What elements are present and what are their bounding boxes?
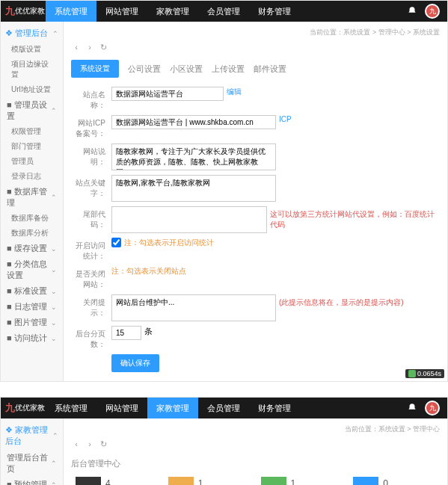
sidebar-header: ❖ 管理后台⌃ [1,25,63,42]
close-tip-textarea[interactable]: 网站后台维护中... [111,294,276,321]
chevron-down-icon: ⌄ [51,245,57,253]
sidebar-item[interactable]: 权限管理 [1,124,63,139]
nav-item[interactable]: 财务管理 [249,1,300,22]
page-input[interactable] [111,326,141,340]
tab-item[interactable]: 小区设置 [170,60,203,78]
sidebar-group-title[interactable]: ■ 管理员设置⌃ [1,97,63,124]
stat-card[interactable]: ≡1新增退款预约 [164,474,255,485]
label: 开启访问统计： [71,238,111,262]
desc-textarea[interactable]: 随教家教网，专注于为广大家长及学员提供优质的教师资源，随教、随教、快上网教家教网… [111,143,276,170]
avatar[interactable]: 九 [425,401,440,416]
panel-system-settings: 九 优优家教 系统管理网站管理家教管理会员管理财务管理 九 ❖ 管理后台⌃ 模版… [0,0,448,382]
label: 是否关闭网站： [71,266,111,290]
sidebar-item[interactable]: 模版设置 [1,42,63,57]
hint: (此提示信息将在，显示的是提示内容) [279,294,404,308]
panel-dashboard: 九 优优家教 系统管理网站管理家教管理会员管理财务管理 九 ❖ 家教管理后台⌃ … [0,397,448,485]
tab-active-button[interactable]: 系统设置 [71,60,119,78]
sidebar-group-title[interactable]: ■ 图片管理⌄ [1,315,63,330]
icp-link[interactable]: ICP [279,115,292,123]
sidebar-group-title[interactable]: ■ 日志管理⌄ [1,299,63,315]
nav-item[interactable]: 会员管理 [198,1,249,22]
label: 网站ICP备案号： [71,115,111,139]
forward-icon[interactable]: › [85,42,95,52]
nav-item[interactable]: 财务管理 [249,398,300,418]
stat-card[interactable]: 🛒1新增评论 [257,474,348,485]
label: 站点关键字： [71,175,111,199]
timer-badge: 0.0654s [405,369,444,378]
tab-item[interactable]: 公司设置 [128,60,161,78]
sidebar-item[interactable]: 数据库分析 [1,226,63,241]
sidebar-item[interactable]: 部门管理 [1,139,63,154]
breadcrumb: 当前位置：系统设置 > 管理中心 [71,423,440,439]
sidebar-item[interactable]: Url地址设置 [1,82,63,97]
sidebar-group-title[interactable]: 管理后台首页⌃ [1,450,63,477]
nav-item[interactable]: 家教管理 [147,398,198,418]
stat-icon: 🛒 [261,477,286,485]
nav-item[interactable]: 会员管理 [198,398,249,418]
label: 网站说明： [71,143,111,167]
topbar: 九 优优家教 系统管理网站管理家教管理会员管理财务管理 九 [1,1,447,22]
nav-item[interactable]: 家教管理 [147,1,198,22]
forward-icon[interactable]: › [85,439,95,449]
main-content: 当前位置：系统设置 > 管理中心 ‹ › ↻ 后台管理中心 ◫4新增预约≡1新增… [64,418,447,485]
nav-item[interactable]: 系统管理 [46,398,96,418]
toolbar: ‹ › ↻ [71,439,440,449]
bell-icon[interactable] [407,6,417,16]
stat-card[interactable]: ◫4新增预约 [71,474,162,485]
nav-item[interactable]: 网站管理 [96,398,147,418]
stat-icon: ◫ [76,477,101,485]
edit-link[interactable]: 编辑 [227,87,242,97]
sidebar-group-title[interactable]: ■ 数据库管理⌃ [1,184,63,211]
logo-text: 优优家教 [15,6,45,16]
stat-card[interactable]: 👥0新增会员（近） [349,474,440,485]
sidebar-item[interactable]: 登录日志 [1,169,63,184]
save-button[interactable]: 确认保存 [111,354,159,372]
sidebar-header: ❖ 家教管理后台⌃ [1,421,63,450]
page-title: 后台管理中心 [71,454,440,474]
sidebar-group-title[interactable]: ■ 缓存设置⌄ [1,241,63,256]
top-nav: 系统管理网站管理家教管理会员管理财务管理 [46,1,300,22]
bell-icon[interactable] [407,403,417,413]
tab-item[interactable]: 邮件设置 [254,60,286,78]
stat-checkbox[interactable] [111,238,121,247]
code-textarea[interactable] [111,206,267,233]
back-icon[interactable]: ‹ [71,439,82,449]
note: 注：勾选表示开启访问统计 [124,238,214,248]
chevron-icon[interactable]: ⌃ [52,30,58,37]
back-icon[interactable]: ‹ [71,42,82,52]
toolbar: ‹ › ↻ [71,42,440,52]
sidebar-item[interactable]: 管理员 [1,154,63,169]
chevron-down-icon: ⌃ [51,194,57,201]
logo: 九 优优家教 [1,1,46,22]
label: 关闭提示： [71,294,111,318]
site-name-input[interactable] [111,87,224,101]
tabs: 系统设置 公司设置 小区设置 上传设置 邮件设置 [71,57,440,81]
stat-number: 1 [198,478,239,486]
chevron-down-icon: ⌄ [51,288,57,295]
sidebar-group-title[interactable]: ■ 访问统计⌄ [1,330,63,346]
sidebar-group-title[interactable]: ■ 预约管理⌃ [1,477,63,485]
unit: 条 [144,326,153,337]
note: 注：勾选表示关闭站点 [111,266,186,277]
logo-text: 优优家教 [15,403,45,413]
stat-icon: ≡ [168,477,194,485]
label: 后台分页数： [71,326,111,350]
sidebar-item[interactable]: 项目边缘设置 [1,57,63,82]
avatar[interactable]: 九 [425,4,440,19]
breadcrumb: 当前位置：系统设置 > 管理中心 > 系统设置 [71,26,440,42]
refresh-icon[interactable]: ↻ [98,42,108,52]
sidebar-item[interactable]: 数据库备份 [1,211,63,226]
chevron-icon[interactable]: ⌃ [52,432,58,439]
sidebar-group-title[interactable]: ■ 分类信息设置⌄ [1,256,63,283]
icp-input[interactable] [111,115,276,129]
nav-item[interactable]: 网站管理 [96,1,147,22]
sidebar-group-title[interactable]: ■ 标准设置⌄ [1,283,63,299]
logo-mark: 九 [5,4,15,18]
logo: 九 优优家教 [1,398,46,418]
logo-mark: 九 [5,401,15,415]
refresh-icon[interactable]: ↻ [98,439,108,449]
nav-item[interactable]: 系统管理 [46,1,96,22]
keywords-textarea[interactable]: 随教网,家教平台,随教家教网 [111,175,276,202]
label: 尾部代码： [71,206,111,230]
tab-item[interactable]: 上传设置 [212,60,245,78]
